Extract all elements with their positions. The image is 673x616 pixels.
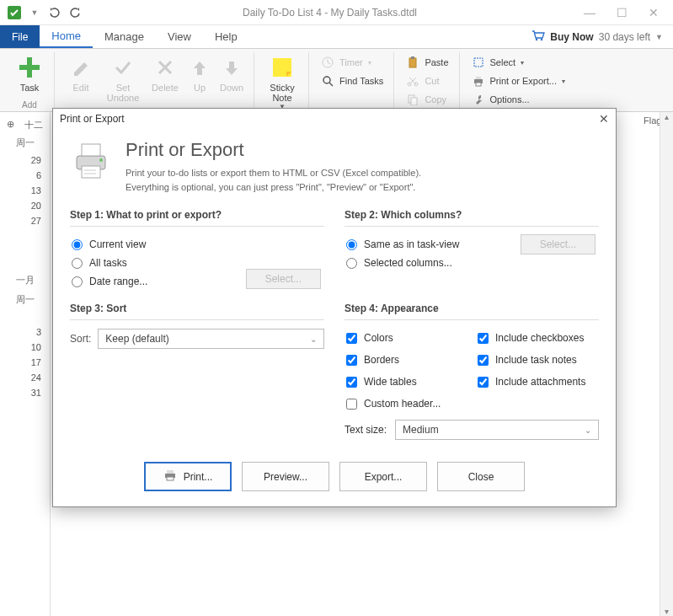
- check-wide-tables[interactable]: Wide tables: [345, 372, 467, 391]
- redo-icon[interactable]: [67, 5, 83, 20]
- check-include-notes[interactable]: Include task notes: [476, 351, 599, 369]
- tab-help[interactable]: Help: [203, 25, 249, 48]
- select-button[interactable]: Select ▾: [470, 54, 567, 71]
- close-button[interactable]: ✕: [641, 6, 666, 19]
- radio-selected-columns[interactable]: Selected columns...: [345, 254, 599, 272]
- cal-day[interactable]: 20: [0, 198, 50, 213]
- undo-icon[interactable]: [47, 5, 62, 20]
- radio-current-view-input[interactable]: [72, 239, 83, 250]
- radio-selected-columns-input[interactable]: [346, 258, 357, 269]
- export-button[interactable]: Export...: [339, 462, 427, 491]
- check-borders-input[interactable]: [346, 355, 357, 366]
- tab-manage[interactable]: Manage: [93, 25, 156, 48]
- cal-day[interactable]: 17: [0, 355, 50, 370]
- up-button[interactable]: Up: [184, 52, 215, 103]
- check-include-attachments[interactable]: Include attachments: [476, 372, 599, 391]
- trial-dropdown-icon[interactable]: ▼: [655, 33, 663, 41]
- edit-button[interactable]: Edit: [61, 52, 100, 103]
- print-button[interactable]: Print...: [144, 462, 232, 491]
- text-size-dropdown[interactable]: Medium ⌄: [395, 420, 599, 440]
- set-undone-button[interactable]: Set Undone: [100, 52, 146, 103]
- dropdown-icon[interactable]: ▼: [27, 5, 42, 20]
- prev-month-icon[interactable]: ⊕: [7, 119, 14, 131]
- radio-all-tasks-input[interactable]: [72, 258, 83, 269]
- paste-button[interactable]: Paste: [404, 54, 450, 71]
- find-tasks-button[interactable]: Find Tasks: [319, 72, 385, 89]
- task-button[interactable]: Task: [10, 52, 49, 93]
- svg-rect-14: [474, 58, 483, 67]
- check-include-attachments-input[interactable]: [478, 377, 489, 388]
- options-button[interactable]: Options...: [470, 91, 567, 108]
- maximize-button[interactable]: ☐: [609, 6, 634, 19]
- cal-day[interactable]: 3: [0, 324, 50, 340]
- printer-illustration-icon: [70, 139, 112, 181]
- copy-button[interactable]: Copy: [404, 91, 450, 108]
- down-button[interactable]: Down: [215, 52, 248, 103]
- cal-day[interactable]: 31: [0, 385, 50, 400]
- radio-same-columns-input[interactable]: [346, 239, 357, 250]
- cal-day[interactable]: 29: [0, 153, 50, 168]
- close-dialog-button[interactable]: Close: [437, 462, 525, 491]
- printer-icon: [472, 74, 485, 88]
- trial-days: 30 days left: [599, 31, 650, 43]
- down-arrow-icon: [218, 54, 245, 81]
- cal-day[interactable]: 27: [0, 213, 50, 228]
- clipboard-icon: [406, 56, 419, 69]
- dialog-titlebar: Print or Export ✕: [53, 109, 616, 129]
- pencil-icon: [67, 54, 94, 81]
- ribbon-tabs: File Home Manage View Help Buy Now 30 da…: [0, 25, 673, 49]
- tab-home[interactable]: Home: [40, 25, 93, 48]
- dialog-close-button[interactable]: ✕: [599, 112, 609, 126]
- quick-access-toolbar: ▼: [7, 5, 83, 20]
- print-export-button[interactable]: Print or Export... ▾: [470, 72, 567, 89]
- check-borders[interactable]: Borders: [345, 351, 467, 369]
- dialog-desc-2: Everything is optional, you can just pre…: [126, 180, 421, 195]
- search-icon: [321, 74, 334, 88]
- up-arrow-icon: [186, 54, 213, 81]
- minimize-button[interactable]: —: [577, 6, 602, 19]
- step-2-box: Step 2: Which columns? Same as in task-v…: [345, 209, 599, 291]
- cal-day[interactable]: 24: [0, 370, 50, 385]
- check-colors[interactable]: Colors: [345, 329, 467, 347]
- ribbon-group-clipboard: Paste Cut Copy: [396, 52, 459, 111]
- window-controls: — ☐ ✕: [577, 6, 666, 19]
- clock-icon: [321, 56, 334, 69]
- dialog-desc-1: Print your to-do lists or export them to…: [126, 166, 421, 180]
- cut-button[interactable]: Cut: [404, 72, 450, 89]
- copy-icon: [406, 93, 419, 106]
- check-include-notes-input[interactable]: [478, 355, 489, 366]
- cal-day[interactable]: 13: [0, 183, 50, 198]
- file-menu-button[interactable]: File: [0, 25, 40, 48]
- check-include-checkboxes-input[interactable]: [478, 333, 489, 344]
- app-icon: [7, 5, 22, 20]
- radio-date-range-input[interactable]: [72, 276, 83, 287]
- sticky-note-button[interactable]: Sticky Note ▼: [261, 52, 303, 110]
- cal-day[interactable]: 10: [0, 340, 50, 355]
- printer-icon: [163, 469, 177, 484]
- weekday-label: 周一: [0, 133, 50, 153]
- sort-dropdown[interactable]: Keep (default) ⌄: [98, 329, 324, 349]
- delete-button[interactable]: Delete: [146, 52, 184, 103]
- buy-now-link[interactable]: Buy Now: [550, 31, 593, 43]
- step2-select-button[interactable]: Select...: [521, 234, 596, 254]
- chevron-down-icon: ⌄: [585, 426, 591, 435]
- cal-day[interactable]: 6: [0, 168, 50, 183]
- tab-view[interactable]: View: [156, 25, 203, 48]
- vertical-scrollbar[interactable]: [660, 112, 673, 616]
- check-include-checkboxes[interactable]: Include checkboxes: [476, 329, 599, 347]
- check-icon: [109, 54, 136, 81]
- svg-rect-13: [411, 98, 417, 105]
- step1-select-button[interactable]: Select...: [246, 269, 321, 289]
- month-label: 十二: [24, 119, 43, 131]
- chevron-down-icon: ⌄: [310, 335, 317, 344]
- preview-button[interactable]: Preview...: [242, 462, 329, 491]
- ribbon-group-sticky: Sticky Note ▼: [256, 52, 309, 111]
- check-wide-tables-input[interactable]: [346, 377, 357, 388]
- ribbon-group-options: Select ▾ Print or Export... ▾ Options...: [462, 52, 575, 111]
- radio-current-view[interactable]: Current view: [70, 235, 324, 254]
- step-2-title: Step 2: Which columns?: [345, 209, 599, 227]
- timer-button[interactable]: Timer ▾: [319, 54, 385, 71]
- check-colors-input[interactable]: [346, 333, 357, 344]
- check-custom-header-input[interactable]: [346, 399, 357, 410]
- check-custom-header[interactable]: Custom header...: [345, 394, 467, 413]
